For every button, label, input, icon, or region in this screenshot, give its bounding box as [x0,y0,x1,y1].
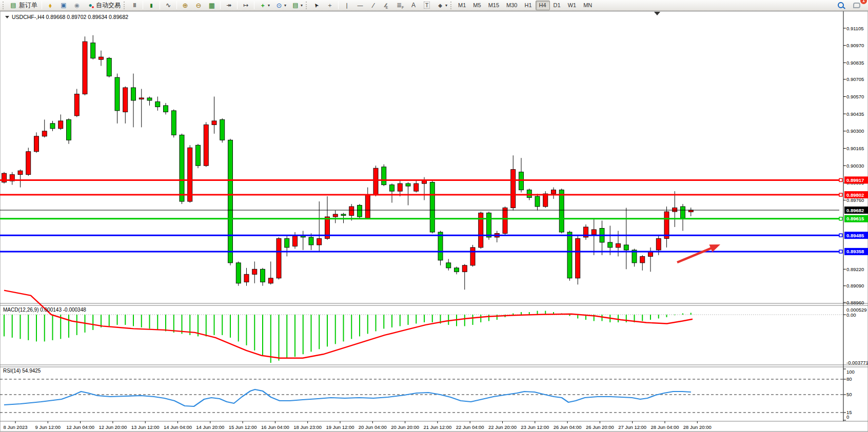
macd-histogram-bar [214,315,215,335]
toolbar-drag-handle[interactable] [450,2,453,9]
price-tag-label: 0.89485 [846,233,864,238]
toolbar-drag-handle[interactable] [124,2,126,9]
line-chart-button[interactable] [162,1,175,10]
templates-button[interactable]: ▾ [289,1,305,10]
candle-body [624,245,628,250]
auto-scroll-button[interactable] [222,1,235,10]
text-label-button[interactable] [420,1,433,10]
metaquotes-button[interactable] [44,1,57,10]
tile-windows-icon [208,2,216,9]
macd-histogram-bar [569,315,570,316]
horizontal-line-button[interactable] [353,1,367,10]
zoom-in-icon [181,2,189,9]
timeframe-d1-button[interactable]: D1 [550,1,564,10]
time-tick-label: 8 Jun 2023 [3,424,27,430]
candle-body [99,57,104,59]
zoom-in-button[interactable] [179,1,192,10]
price-tick-label: 0.91105 [846,26,864,31]
separator [143,1,143,9]
timeframe-m1-button[interactable]: M1 [455,1,469,10]
candlestick-chart-icon [147,2,155,9]
equidistant-channel-icon [383,2,391,9]
candle-body [382,167,386,185]
time-tick-label: 14 Jun 20:00 [196,424,224,430]
cursor-button[interactable] [310,1,323,10]
candle-body [503,208,507,234]
macd-histogram-bar [488,315,489,321]
time-tick-label: 9 Jun 12:00 [35,424,61,430]
candle-body [244,274,249,282]
macd-histogram-bar [448,315,449,325]
trend-line-button[interactable] [367,1,380,10]
signals-button[interactable] [70,1,84,10]
time-tick-label: 22 Jun 04:00 [456,424,484,430]
new-order-label: 新订单 [19,1,37,10]
text-button[interactable] [407,1,420,10]
macd-histogram-bar [343,315,344,341]
terminal-button[interactable] [57,1,70,10]
candle-body [543,194,548,207]
separator [220,1,221,9]
cursor-icon [312,2,321,9]
candle-body [277,238,281,278]
periods-button[interactable]: ▾ [272,1,289,10]
indicators-button[interactable]: ▾ [256,1,272,10]
candle-body [608,242,613,248]
toolbar-drag-handle[interactable] [306,2,308,9]
macd-histogram-bar [327,315,328,346]
timeframe-m30-button[interactable]: M30 [503,1,521,10]
autotrading-button[interactable]: 自动交易 [84,1,123,10]
arrows-button[interactable]: ▾ [433,1,450,10]
zoom-out-button[interactable] [192,1,205,10]
macd-histogram-bar [92,315,93,330]
search-button[interactable] [835,1,846,10]
timeframe-h4-button[interactable]: H4 [536,1,550,10]
separator [338,1,339,9]
candle-body [341,214,346,215]
equidistant-channel-button[interactable] [380,1,393,10]
candle-body [83,42,87,94]
timeframe-m5-button[interactable]: M5 [469,1,484,10]
candle-body [123,88,128,112]
rsi-tick-label: 50 [846,392,852,397]
rsi-tick-label: 100 [846,369,855,375]
price-tick-label: 0.90705 [846,76,864,82]
chart-shift-button[interactable] [239,1,252,10]
macd-histogram-bar [222,315,223,335]
time-tick-label: 15 Jun 12:00 [229,424,257,430]
vertical-line-icon [343,2,351,9]
macd-histogram-bar [76,315,77,335]
line-end-marker [839,250,842,253]
macd-histogram-bar [12,315,13,338]
separator [42,1,42,9]
mt4-terminal: 0.911050.909700.908350.907050.905700.904… [0,0,868,432]
candle-body [139,98,144,99]
candle-body [164,106,168,112]
timeframe-w1-button[interactable]: W1 [564,1,580,10]
toolbar-drag-handle[interactable] [3,2,5,9]
tile-windows-button[interactable] [205,1,219,10]
macd-histogram-bar [367,315,368,334]
vertical-line-button[interactable] [340,1,353,10]
timeframe-m15-button[interactable]: M15 [485,1,503,10]
price-tick-label: 0.89090 [846,283,864,289]
new-order-button[interactable]: 新订单 [7,1,40,10]
indicators-icon [259,2,267,9]
candle-body [390,185,394,191]
timeframe-h1-button[interactable]: H1 [521,1,535,10]
bar-chart-button[interactable] [128,1,141,10]
macd-histogram-bar [270,315,271,363]
candle-body [26,152,31,175]
chart-title: USDCHF-,H4 0.89668 0.89702 0.89634 0.896… [12,14,128,20]
candle-body [131,88,136,100]
price-tick-label: 0.90970 [846,43,864,48]
chart-canvas[interactable]: 0.911050.909700.908350.907050.905700.904… [0,0,868,432]
dropdown-caret-icon: ▾ [268,3,270,8]
fibonacci-button[interactable] [393,1,407,10]
crosshair-button[interactable] [323,1,337,10]
timeframe-mn-button[interactable]: MN [580,1,596,10]
candlestick-chart-button[interactable] [145,1,158,10]
price-tick-label: 0.89220 [846,266,864,272]
macd-histogram-bar [400,315,401,326]
macd-histogram-bar [618,315,619,322]
